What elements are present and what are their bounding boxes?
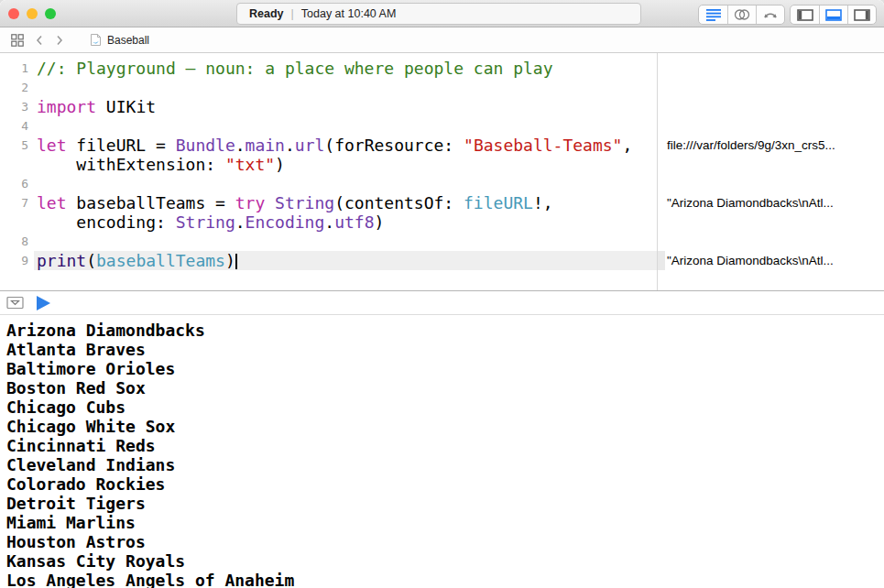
code-line[interactable]: 7let baseballTeams = try String(contents…: [0, 193, 657, 212]
text-lines-icon: [705, 8, 722, 21]
token-plain: UIKit: [96, 97, 156, 116]
hide-debug-area-icon: [6, 296, 24, 310]
double-arrow-icon: [762, 8, 779, 21]
code-line[interactable]: encoding: String.Encoding.utf8): [0, 212, 657, 232]
token-plain: ): [375, 212, 385, 232]
go-back-button[interactable]: [29, 34, 49, 47]
code-line[interactable]: 4: [0, 116, 657, 136]
token-type: utf8: [334, 212, 374, 232]
go-forward-button[interactable]: [49, 34, 70, 47]
line-number: 9: [0, 251, 28, 270]
status-separator: |: [291, 7, 294, 20]
related-items-grid-icon: [11, 34, 24, 47]
playground-file-icon: [90, 33, 102, 47]
code-line[interactable]: 5let fileURL = Bundle.main.url(forResour…: [0, 136, 657, 155]
token-type: Encoding: [246, 212, 325, 232]
code-line[interactable]: 9print(baseballTeams): [0, 251, 657, 270]
token-plain: fileURL =: [67, 136, 176, 155]
token-plain: withExtension:: [37, 155, 225, 174]
code-text[interactable]: [34, 174, 657, 193]
close-window-button[interactable]: [8, 8, 19, 19]
code-line[interactable]: withExtension: "txt"): [0, 155, 657, 174]
inline-result[interactable]: "Arizona Diamondbacks\nAtl...: [658, 193, 884, 212]
token-type: String: [176, 212, 235, 232]
code-line[interactable]: 1//: Playground — noun: a place where pe…: [0, 59, 657, 78]
token-var: fileURL: [464, 193, 533, 212]
code-line[interactable]: 6: [0, 174, 657, 193]
assistant-editor-button[interactable]: [727, 5, 756, 24]
left-panel-icon: [797, 9, 813, 21]
console-line: Detroit Tigers: [6, 494, 884, 513]
inline-result[interactable]: file:///var/folders/9g/3xn_crs5...: [658, 136, 884, 155]
token-plain: .: [235, 212, 246, 232]
line-number: 1: [0, 59, 28, 78]
run-playground-button[interactable]: [37, 296, 50, 310]
code-text[interactable]: //: Playground — noun: a place where peo…: [34, 59, 657, 78]
token-plain: .: [285, 136, 295, 155]
breadcrumb[interactable]: Baseball: [90, 33, 149, 47]
line-number: 6: [0, 174, 28, 193]
code-text[interactable]: withExtension: "txt"): [34, 155, 657, 174]
code-text[interactable]: import UIKit: [34, 97, 657, 116]
standard-editor-button[interactable]: [699, 5, 727, 24]
bottom-panel-icon: [825, 9, 842, 21]
code-text[interactable]: print(baseballTeams): [34, 251, 657, 270]
toggle-navigator-button[interactable]: [791, 5, 819, 24]
token-plain: (forResource:: [324, 136, 464, 155]
line-number: 8: [0, 232, 28, 251]
token-kw: try: [235, 193, 266, 212]
code-text[interactable]: [34, 232, 657, 251]
token-type: main: [246, 136, 285, 155]
code-text[interactable]: [34, 116, 657, 136]
debug-bar: [0, 290, 884, 315]
source-editor[interactable]: 1//: Playground — noun: a place where pe…: [0, 53, 657, 290]
console-line: Los Angeles Angels of Anaheim: [6, 571, 884, 588]
console-line: Cincinnati Reds: [6, 436, 884, 455]
token-kw: let: [37, 136, 67, 155]
token-type: Bundle: [176, 136, 235, 155]
token-kw: import: [37, 97, 96, 116]
code-text[interactable]: let baseballTeams = try String(contentsO…: [34, 193, 657, 212]
toggle-debug-area-button[interactable]: [819, 5, 847, 24]
playground-results-sidebar: file:///var/folders/9g/3xn_crs5..."Arizo…: [658, 53, 884, 290]
token-plain: .: [235, 136, 246, 155]
status-state: Ready: [249, 7, 284, 20]
status-timestamp: Today at 10:40 AM: [301, 7, 397, 20]
console-line: Chicago White Sox: [6, 417, 884, 436]
inline-result[interactable]: "Arizona Diamondbacks\nAtl...: [658, 251, 884, 270]
code-line[interactable]: 3import UIKit: [0, 97, 657, 116]
debug-console-output[interactable]: Arizona DiamondbacksAtlanta BravesBaltim…: [0, 315, 884, 588]
zoom-window-button[interactable]: [45, 8, 56, 19]
code-line[interactable]: 8: [0, 232, 657, 251]
right-panel-icon: [854, 9, 870, 21]
token-plain: [265, 193, 275, 212]
token-type: String: [275, 193, 334, 212]
token-plain: encoding:: [37, 212, 176, 232]
code-text[interactable]: encoding: String.Encoding.utf8): [34, 212, 657, 232]
overlapping-circles-icon: [733, 8, 751, 21]
code-text[interactable]: let fileURL = Bundle.main.url(forResourc…: [34, 136, 657, 155]
token-plain: (contentsOf:: [334, 193, 464, 212]
version-editor-button[interactable]: [756, 5, 784, 24]
line-number: 3: [0, 97, 28, 116]
editor-mode-segmented-control: [698, 5, 785, 25]
minimize-window-button[interactable]: [27, 8, 38, 19]
hide-debug-area-button[interactable]: [6, 296, 24, 310]
token-plain: ): [225, 251, 235, 270]
code-text[interactable]: [34, 78, 657, 97]
console-line: Miami Marlins: [6, 513, 884, 532]
token-plain: (: [86, 251, 96, 270]
token-comment: //: Playground — noun: a place where peo…: [37, 59, 553, 78]
code-line[interactable]: 2: [0, 78, 657, 97]
panel-toggle-segmented-control: [790, 5, 877, 25]
chevron-right-icon: [55, 34, 64, 47]
xcode-playground-window: Ready | Today at 10:40 AM: [0, 0, 884, 588]
console-line: Baltimore Orioles: [6, 359, 884, 378]
token-plain: .: [324, 212, 334, 232]
line-number: [0, 155, 28, 174]
toggle-inspector-button[interactable]: [847, 5, 876, 24]
line-number: 2: [0, 78, 28, 97]
line-number: [0, 212, 28, 232]
token-kw: let: [37, 193, 67, 212]
related-items-button[interactable]: [5, 34, 29, 47]
